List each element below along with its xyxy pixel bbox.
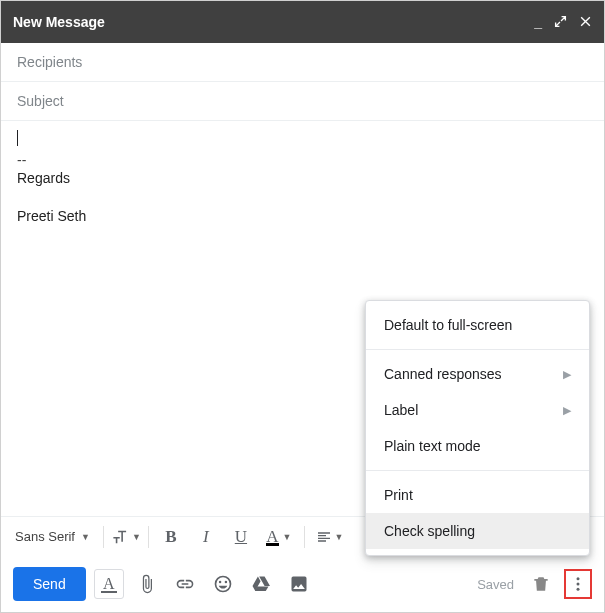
chevron-down-icon: ▼ bbox=[283, 532, 292, 542]
menu-item-plain-text[interactable]: Plain text mode bbox=[366, 428, 589, 464]
window-controls: _ bbox=[534, 15, 592, 30]
font-family-select[interactable]: Sans Serif ▼ bbox=[9, 525, 96, 548]
svg-point-1 bbox=[577, 583, 580, 586]
font-size-button[interactable]: ▼ bbox=[111, 522, 141, 552]
more-options-highlight bbox=[564, 569, 592, 599]
attach-button[interactable] bbox=[132, 569, 162, 599]
send-toolbar: Send A bbox=[1, 556, 604, 612]
formatting-options-button[interactable]: A bbox=[94, 569, 124, 599]
saved-status: Saved bbox=[477, 577, 514, 592]
menu-item-label: Label bbox=[384, 402, 418, 418]
menu-item-label-submenu[interactable]: Label ▶ bbox=[366, 392, 589, 428]
link-icon bbox=[175, 574, 195, 594]
insert-emoji-button[interactable] bbox=[208, 569, 238, 599]
align-icon bbox=[316, 529, 332, 545]
align-button[interactable]: ▼ bbox=[312, 522, 348, 552]
insert-photo-button[interactable] bbox=[284, 569, 314, 599]
bold-icon: B bbox=[165, 527, 176, 547]
font-size-icon bbox=[111, 527, 130, 547]
text-caret bbox=[17, 130, 18, 146]
separator bbox=[304, 526, 305, 548]
underline-button[interactable]: U bbox=[226, 522, 256, 552]
drive-icon bbox=[251, 574, 271, 594]
signature-separator: -- bbox=[17, 152, 588, 168]
minimize-button[interactable]: _ bbox=[534, 15, 542, 29]
more-options-button[interactable] bbox=[566, 571, 590, 597]
fullscreen-button[interactable] bbox=[554, 15, 567, 30]
compose-window: New Message _ Recipients Subject -- Rega… bbox=[0, 0, 605, 613]
menu-item-canned-responses[interactable]: Canned responses ▶ bbox=[366, 356, 589, 392]
recipients-row[interactable]: Recipients bbox=[1, 43, 604, 82]
close-button[interactable] bbox=[579, 15, 592, 30]
signature-name: Preeti Seth bbox=[17, 208, 588, 224]
menu-item-label: Canned responses bbox=[384, 366, 502, 382]
send-button[interactable]: Send bbox=[13, 567, 86, 601]
text-color-button[interactable]: A ▼ bbox=[261, 522, 297, 552]
trash-icon bbox=[531, 574, 551, 594]
separator bbox=[148, 526, 149, 548]
separator bbox=[103, 526, 104, 548]
recipients-placeholder: Recipients bbox=[17, 54, 82, 70]
italic-button[interactable]: I bbox=[191, 522, 221, 552]
menu-item-check-spelling[interactable]: Check spelling bbox=[366, 513, 589, 549]
image-icon bbox=[289, 574, 309, 594]
menu-item-label: Default to full-screen bbox=[384, 317, 512, 333]
window-title: New Message bbox=[13, 14, 534, 30]
menu-item-label: Plain text mode bbox=[384, 438, 481, 454]
menu-separator bbox=[366, 349, 589, 350]
subject-placeholder: Subject bbox=[17, 93, 64, 109]
svg-point-0 bbox=[577, 577, 580, 580]
insert-drive-button[interactable] bbox=[246, 569, 276, 599]
insert-link-button[interactable] bbox=[170, 569, 200, 599]
menu-item-label: Print bbox=[384, 487, 413, 503]
font-family-label: Sans Serif bbox=[15, 529, 75, 544]
underline-icon: U bbox=[235, 527, 247, 547]
discard-draft-button[interactable] bbox=[526, 569, 556, 599]
italic-icon: I bbox=[203, 527, 209, 547]
bold-button[interactable]: B bbox=[156, 522, 186, 552]
svg-point-2 bbox=[577, 588, 580, 591]
chevron-down-icon: ▼ bbox=[334, 532, 343, 542]
titlebar: New Message _ bbox=[1, 1, 604, 43]
chevron-right-icon: ▶ bbox=[563, 368, 571, 381]
subject-row[interactable]: Subject bbox=[1, 82, 604, 121]
text-color-icon: A bbox=[266, 527, 278, 547]
signature-regards: Regards bbox=[17, 170, 588, 186]
menu-separator bbox=[366, 470, 589, 471]
more-options-menu: Default to full-screen Canned responses … bbox=[365, 300, 590, 556]
chevron-down-icon: ▼ bbox=[132, 532, 141, 542]
more-vert-icon bbox=[569, 575, 587, 593]
menu-item-fullscreen[interactable]: Default to full-screen bbox=[366, 307, 589, 343]
menu-item-print[interactable]: Print bbox=[366, 477, 589, 513]
chevron-right-icon: ▶ bbox=[563, 404, 571, 417]
menu-item-label: Check spelling bbox=[384, 523, 475, 539]
emoji-icon bbox=[213, 574, 233, 594]
chevron-down-icon: ▼ bbox=[81, 532, 90, 542]
paperclip-icon bbox=[137, 574, 157, 594]
